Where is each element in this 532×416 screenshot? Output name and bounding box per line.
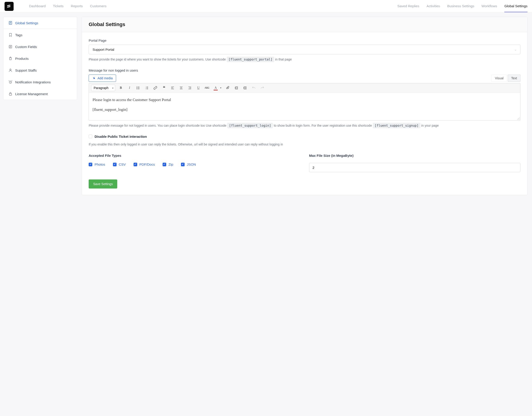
nav-dashboard[interactable]: Dashboard (29, 0, 46, 12)
text-color-button[interactable]: A (213, 85, 219, 91)
sidebar-item-label: Support Staffs (15, 68, 37, 72)
filetype-json[interactable]: JSON (181, 162, 196, 166)
max-file-size-label: Max File Size (in MegaByte) (309, 154, 521, 158)
resize-handle-icon[interactable] (517, 117, 520, 120)
svg-point-11 (93, 77, 94, 78)
bookmark-icon (8, 33, 12, 37)
nav-saved-replies[interactable]: Saved Replies (397, 0, 419, 12)
filetype-zip-checkbox[interactable] (163, 163, 166, 166)
settings-sidebar: Global Settings Tags Custom Fields Produ… (0, 13, 77, 204)
lock-icon (8, 92, 12, 96)
disable-public-checkbox[interactable] (89, 135, 92, 138)
add-media-button[interactable]: Add media (89, 75, 116, 82)
panel-header: Global Settings (82, 17, 527, 32)
nav-activities[interactable]: Activities (426, 0, 440, 12)
editor-content-area[interactable]: Please login to access the Customer Supp… (89, 93, 520, 120)
sidebar-item-tags[interactable]: Tags (3, 29, 77, 41)
svg-point-15 (137, 89, 137, 89)
editor-line: Please login to access the Customer Supp… (93, 97, 517, 103)
number-list-button[interactable]: 123 (144, 85, 150, 91)
sidebar-item-global-settings[interactable]: Global Settings (3, 17, 77, 29)
align-center-button[interactable] (178, 85, 184, 91)
editor-tab-visual[interactable]: Visual (491, 75, 507, 82)
settings-page-icon (8, 21, 12, 25)
filetype-photos[interactable]: Photos (89, 162, 105, 166)
sidebar-item-notification-integrations[interactable]: Notification Integrations (3, 76, 77, 88)
nav-workflows[interactable]: Workflows (481, 0, 497, 12)
indent-button[interactable] (242, 85, 248, 91)
sidebar-item-support-staffs[interactable]: Support Staffs (3, 64, 77, 76)
nav-business-settings[interactable]: Business Settings (447, 0, 474, 12)
nav-tickets[interactable]: Tickets (53, 0, 64, 12)
filetype-json-checkbox[interactable] (181, 163, 184, 166)
message-label: Message for non logged in users (89, 68, 521, 72)
redo-button[interactable] (260, 85, 265, 91)
portal-page-field: Portal Page Support Portal ⌄ Please prov… (89, 38, 521, 62)
message-field: Message for non logged in users Add medi… (89, 68, 521, 128)
media-icon (92, 76, 96, 80)
svg-point-13 (137, 86, 137, 87)
clear-format-button[interactable] (225, 85, 231, 91)
format-select[interactable]: Paragraph (91, 85, 115, 91)
main-content: Global Settings Portal Page Support Port… (77, 13, 532, 204)
app-logo (5, 2, 14, 11)
svg-point-12 (94, 77, 95, 77)
editor-line: [fluent_support_login] (93, 106, 517, 113)
bullet-list-button[interactable] (135, 85, 141, 91)
top-nav-bar: Dashboard Tickets Reports Customers Save… (0, 0, 532, 13)
sidebar-item-label: License Management (15, 92, 48, 96)
align-right-button[interactable] (187, 85, 193, 91)
filetype-zip[interactable]: Zip (163, 162, 173, 166)
strikethrough-button[interactable]: ABC (204, 85, 210, 91)
align-left-button[interactable] (170, 85, 175, 91)
filetype-pdf-checkbox[interactable] (134, 163, 137, 166)
sidebar-item-custom-fields[interactable]: Custom Fields (3, 41, 77, 53)
page-title: Global Settings (89, 21, 521, 28)
bold-button[interactable]: B (118, 85, 124, 91)
save-settings-button[interactable]: Save Settings (89, 180, 117, 189)
quote-button[interactable]: ❝ (161, 85, 167, 91)
text-color-dropdown[interactable]: ▾ (219, 85, 222, 91)
portal-page-label: Portal Page (89, 38, 521, 42)
nav-customers[interactable]: Customers (90, 0, 106, 12)
max-file-size-input[interactable] (309, 163, 521, 172)
editor-tab-text[interactable]: Text (508, 75, 521, 82)
svg-point-14 (137, 88, 137, 88)
disable-public-help: If you enable this then only logged in u… (89, 142, 521, 147)
svg-point-8 (10, 69, 11, 70)
login-shortcode: [fluent_support_login] (227, 123, 273, 128)
message-help: Please provide message for not logged in… (89, 123, 521, 128)
sidebar-item-label: Custom Fields (15, 45, 37, 49)
undo-button[interactable] (251, 85, 257, 91)
link-button[interactable] (152, 85, 158, 91)
wysiwyg-editor: Paragraph B I 123 (89, 83, 521, 121)
sidebar-item-label: Global Settings (15, 21, 38, 25)
filetype-photos-checkbox[interactable] (89, 163, 92, 166)
svg-rect-10 (9, 94, 12, 95)
portal-page-selected: Support Portal (93, 47, 114, 51)
nav-global-settings[interactable]: Global Settings (504, 0, 527, 12)
underline-button[interactable]: U (195, 85, 201, 91)
sidebar-item-label: Notification Integrations (15, 80, 51, 84)
filetype-csv-checkbox[interactable] (113, 163, 116, 166)
logo-icon (7, 4, 11, 9)
list-icon (8, 45, 12, 49)
portal-page-select[interactable]: Support Portal ⌄ (89, 45, 521, 54)
italic-button[interactable]: I (126, 85, 132, 91)
user-icon (8, 68, 12, 72)
disable-public-label: Disable Public Ticket interaction (95, 135, 147, 138)
sidebar-item-license-management[interactable]: License Management (3, 88, 77, 100)
alarm-icon (8, 80, 12, 84)
signup-shortcode: [fluent_support_signup] (373, 123, 420, 128)
sidebar-item-label: Products (15, 57, 29, 60)
sidebar-item-products[interactable]: Products (3, 53, 77, 64)
portal-shortcode: [fluent_support_portal] (227, 57, 274, 62)
svg-text:3: 3 (145, 88, 146, 89)
filetype-csv[interactable]: CSV (113, 162, 126, 166)
max-file-size-field: Max File Size (in MegaByte) (309, 154, 521, 172)
disable-public-field: Disable Public Ticket interaction If you… (89, 135, 521, 147)
outdent-button[interactable] (233, 85, 240, 91)
nav-reports[interactable]: Reports (71, 0, 83, 12)
filetype-pdf[interactable]: PDF/Docs (134, 162, 155, 166)
top-nav: Dashboard Tickets Reports Customers Save… (29, 0, 527, 12)
